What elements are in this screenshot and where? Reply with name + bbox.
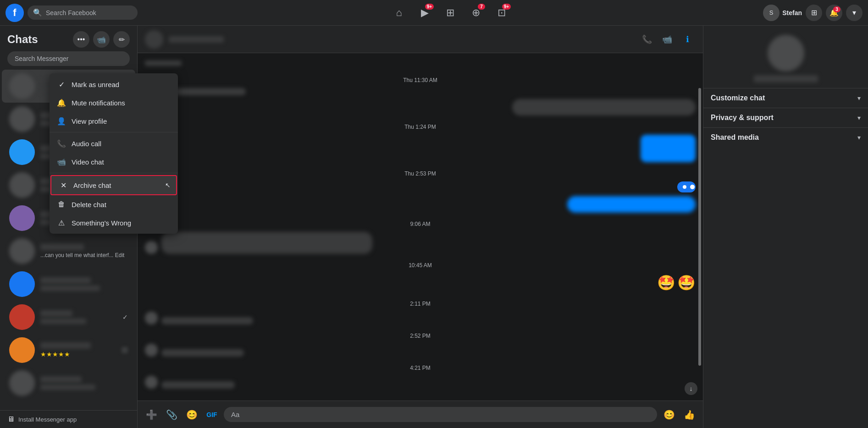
incoming-avatar-7 bbox=[145, 344, 158, 357]
ctx-mark-unread-label: Mark as unread bbox=[72, 81, 119, 88]
chat-avatar-4 bbox=[9, 172, 35, 198]
chat-item-10[interactable] bbox=[2, 367, 135, 400]
chat-item-9[interactable]: ★★★★★ bbox=[2, 334, 135, 367]
message-row-8 bbox=[145, 376, 696, 389]
messenger-search[interactable] bbox=[7, 51, 130, 66]
incoming-avatar-8 bbox=[145, 376, 158, 389]
chat-info-9: ★★★★★ bbox=[40, 342, 116, 358]
message-input-area: ➕ 📎 😊 GIF 😊 👍 bbox=[138, 401, 703, 428]
sidebar-header: Chats ••• 📹 ✏ bbox=[0, 26, 137, 51]
ctx-video-chat[interactable]: 📹 Video chat bbox=[50, 153, 178, 171]
timestamp-5: 10:45 AM bbox=[145, 262, 696, 269]
chat-header-name bbox=[169, 36, 224, 43]
sticker-button[interactable]: 😊 bbox=[183, 406, 200, 423]
messenger-search-input[interactable] bbox=[7, 51, 130, 66]
ctx-delete-label: Delete chat bbox=[72, 201, 106, 209]
ctx-archive-chat[interactable]: ✕ Archive chat ↖ bbox=[50, 175, 177, 195]
chat-info-7 bbox=[40, 277, 128, 291]
timestamp-2: Thu 1:24 PM bbox=[145, 124, 696, 130]
gif-button[interactable]: GIF bbox=[204, 406, 220, 423]
cursor-indicator: ↖ bbox=[165, 181, 171, 189]
person-icon: 👤 bbox=[57, 116, 66, 126]
install-label: Install Messenger app bbox=[18, 416, 77, 423]
privacy-support-label: Privacy & support bbox=[711, 114, 774, 122]
message-blurred-2 bbox=[512, 99, 696, 115]
chat-avatar-1 bbox=[9, 73, 35, 99]
facebook-logo[interactable]: f bbox=[6, 4, 24, 22]
chat-header-actions: 📞 📹 ℹ bbox=[639, 31, 696, 48]
nav-video-button[interactable]: ▶ 9+ bbox=[414, 2, 436, 24]
nav-groups-button[interactable]: ⊕ 7 bbox=[465, 2, 487, 24]
chat-header-avatar bbox=[145, 30, 163, 49]
ctx-audio-call-label: Audio call bbox=[72, 140, 101, 148]
trash-icon: 🗑 bbox=[57, 200, 66, 209]
search-icon: 🔍 bbox=[33, 8, 42, 17]
shared-media-section[interactable]: Shared media ▾ bbox=[703, 127, 868, 147]
new-video-call-button[interactable]: 📹 bbox=[93, 31, 110, 48]
chat-avatar-8 bbox=[9, 304, 35, 330]
chat-name-10 bbox=[40, 376, 82, 383]
user-info[interactable]: S Stefan bbox=[763, 5, 802, 21]
chat-item-7[interactable] bbox=[2, 268, 135, 301]
chat-icon-9 bbox=[122, 347, 128, 353]
sidebar-title: Chats bbox=[7, 33, 38, 46]
message-text-input[interactable] bbox=[224, 407, 657, 422]
shared-media-label: Shared media bbox=[711, 133, 759, 142]
sender-info-row bbox=[145, 60, 696, 70]
global-search-bar[interactable]: 🔍 bbox=[28, 5, 138, 20]
context-menu: ✓ Mark as unread 🔔 Mute notifications 👤 … bbox=[50, 73, 178, 234]
apps-button[interactable]: ⊞ bbox=[806, 5, 822, 21]
message-blurred-7 bbox=[161, 349, 244, 357]
ctx-delete-chat[interactable]: 🗑 Delete chat bbox=[50, 195, 178, 214]
sender-name-blurred bbox=[145, 60, 182, 66]
ctx-archive-label: Archive chat bbox=[73, 181, 111, 189]
chat-item-8[interactable]: ✓ bbox=[2, 301, 135, 334]
customize-chevron-icon: ▾ bbox=[857, 94, 861, 102]
chevron-down-button[interactable]: ▾ bbox=[846, 5, 862, 21]
nav-marketplace-button[interactable]: ⊞ bbox=[439, 2, 461, 24]
scrollbar-thumb[interactable] bbox=[698, 88, 701, 366]
scroll-to-bottom-button[interactable]: ↓ bbox=[685, 382, 697, 395]
message-row-3 bbox=[145, 135, 696, 162]
ctx-audio-call[interactable]: 📞 Audio call bbox=[50, 134, 178, 153]
chat-info-10 bbox=[40, 376, 128, 390]
info-button[interactable]: ℹ bbox=[679, 31, 696, 48]
marketplace-icon: ⊞ bbox=[446, 7, 454, 19]
install-banner[interactable]: 🖥 Install Messenger app bbox=[0, 410, 137, 428]
message-row-6 bbox=[145, 312, 696, 324]
warning-icon: ⚠ bbox=[57, 218, 66, 227]
ctx-wrong-label: Something's Wrong bbox=[72, 219, 131, 227]
home-icon: ⌂ bbox=[396, 7, 402, 19]
ctx-mark-unread[interactable]: ✓ Mark as unread bbox=[50, 75, 178, 93]
video-call-button[interactable]: 📹 bbox=[659, 31, 675, 48]
chat-preview-8 bbox=[40, 318, 86, 324]
nav-home-button[interactable]: ⌂ bbox=[388, 2, 410, 24]
message-row-5 bbox=[145, 232, 696, 254]
attach-file-button[interactable]: 📎 bbox=[163, 406, 180, 423]
username-label: Stefan bbox=[782, 9, 802, 16]
notifications-button[interactable]: 🔔 3 bbox=[826, 5, 842, 21]
ctx-view-profile[interactable]: 👤 View profile bbox=[50, 112, 178, 130]
emoji-1: 🤩 bbox=[657, 274, 675, 291]
message-row-1 bbox=[145, 88, 696, 95]
emoji-button[interactable]: 😊 bbox=[661, 406, 677, 423]
privacy-support-section[interactable]: Privacy & support ▾ bbox=[703, 108, 868, 127]
new-chat-button[interactable]: ✏ bbox=[113, 31, 130, 48]
audio-call-button[interactable]: 📞 bbox=[639, 31, 655, 48]
customize-chat-section[interactable]: Customize chat ▾ bbox=[703, 88, 868, 108]
right-panel-avatar bbox=[768, 35, 804, 71]
nav-gaming-button[interactable]: ⊡ 9+ bbox=[491, 2, 513, 24]
messages-area[interactable]: Thu 11:30 AM Thu 1:24 PM Thu 2:53 PM bbox=[138, 53, 703, 401]
audio-message[interactable] bbox=[677, 181, 696, 192]
chat-preview-6: ...can you tell me what interf... Edit bbox=[40, 252, 128, 258]
nav-center-icons: ⌂ ▶ 9+ ⊞ ⊕ 7 ⊡ 9+ bbox=[141, 2, 759, 24]
ctx-mute[interactable]: 🔔 Mute notifications bbox=[50, 93, 178, 112]
ctx-something-wrong[interactable]: ⚠ Something's Wrong bbox=[50, 214, 178, 232]
add-attachment-button[interactable]: ➕ bbox=[143, 406, 160, 423]
global-search-input[interactable] bbox=[46, 9, 132, 16]
chat-item-6[interactable]: ...can you tell me what interf... Edit bbox=[2, 235, 135, 268]
emoji-row: 🤩 🤩 bbox=[145, 274, 696, 291]
chat-avatar-2 bbox=[9, 106, 35, 132]
like-button[interactable]: 👍 bbox=[681, 406, 697, 423]
more-options-button[interactable]: ••• bbox=[73, 31, 89, 48]
